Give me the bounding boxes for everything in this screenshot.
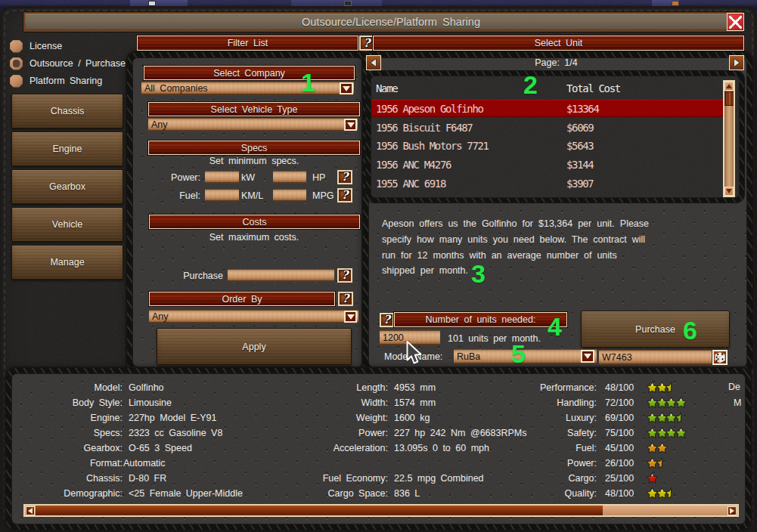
radio-row: License xyxy=(10,39,62,53)
stat-label: Weight: xyxy=(267,413,388,423)
mouse-cursor xyxy=(406,341,422,367)
stat-label: Gearbox: xyxy=(2,443,123,453)
unit-row-cost[interactable]: $3907 xyxy=(566,178,593,190)
filter-help-button[interactable]: ? xyxy=(359,36,374,51)
costs-header: Costs xyxy=(149,215,360,229)
scroll-right-button[interactable] xyxy=(728,506,737,515)
unit-row-cost[interactable]: $13364 xyxy=(566,103,598,115)
unit-row-name[interactable]: 1956 Apeson Golfinho xyxy=(376,103,483,115)
order-by-combobox[interactable]: Any xyxy=(149,310,358,323)
fuel-mpg-input[interactable] xyxy=(273,189,306,202)
question-mark-icon: ? xyxy=(383,314,390,326)
scroll-up-button[interactable] xyxy=(724,82,734,91)
star-rating xyxy=(647,457,665,469)
question-mark-icon: ? xyxy=(364,38,371,49)
stat-label: Acceleration: xyxy=(267,443,388,453)
radio-unselected[interactable] xyxy=(10,40,23,53)
sidebar-button-manage[interactable]: Manage xyxy=(11,245,123,280)
stat-value: 26/100 xyxy=(605,458,634,469)
units-help-button[interactable]: ? xyxy=(380,313,394,327)
specs-note: Set minimum specs. xyxy=(148,156,360,166)
model-name-input[interactable]: W7463 xyxy=(599,350,712,365)
scroll-left-button[interactable] xyxy=(26,506,35,515)
column-header-name: Name xyxy=(376,82,397,94)
star-icon xyxy=(675,427,687,438)
sidebar-button-vehicle[interactable]: Vehicle xyxy=(11,207,123,242)
purchase-button[interactable]: Purchase xyxy=(581,311,730,348)
arrow-right-icon xyxy=(730,508,734,514)
unit-row-name[interactable]: 1955 ANC 6918 xyxy=(376,178,445,190)
vehicle-type-combobox[interactable]: Any xyxy=(148,118,358,131)
unit-row-cost[interactable]: $3144 xyxy=(566,159,593,171)
order-by-combo-arrow[interactable] xyxy=(344,311,357,323)
fuel-help-button[interactable]: ? xyxy=(337,188,352,203)
stat-value: 836 L xyxy=(394,488,420,499)
stat-value: 4953 mm xyxy=(394,382,436,393)
half-star-icon xyxy=(675,412,687,423)
annotation-number-4: 4 xyxy=(548,314,562,339)
details-hscrollbar[interactable] xyxy=(23,504,739,517)
power-help-button[interactable]: ? xyxy=(337,170,352,184)
title-bar-face: Outsource/License/Platform Sharing xyxy=(25,14,742,30)
purchase-cost-input[interactable] xyxy=(228,269,334,282)
unit-row-cost[interactable]: $6069 xyxy=(566,122,593,134)
stat-value: 22.5 mpg Combined xyxy=(394,473,484,484)
mpg-unit-label: MPG xyxy=(312,190,334,201)
offer-text-line: run for 12 months with an average number… xyxy=(382,250,617,261)
scroll-down-button[interactable] xyxy=(724,187,734,196)
unit-row-name[interactable]: 1956 Bush Motors 7721 xyxy=(376,140,489,152)
units-needed-header: Number of units needed: xyxy=(394,312,567,327)
power-hp-input[interactable] xyxy=(273,171,306,184)
topbar-icon xyxy=(344,1,352,6)
close-button[interactable] xyxy=(727,13,744,31)
offer-text-line: Apeson offers us the Golfinho for $13,36… xyxy=(382,218,649,229)
power-kw-input[interactable] xyxy=(205,171,239,184)
annotation-number-1: 1 xyxy=(301,70,315,95)
unit-row-cost[interactable]: $5643 xyxy=(566,140,593,152)
half-star-icon xyxy=(665,487,677,499)
select-company-label: Select Company xyxy=(213,68,285,79)
costs-header-label: Costs xyxy=(243,217,267,227)
sidebar-button-gearbox[interactable]: Gearbox xyxy=(11,169,123,204)
fuel-kml-input[interactable] xyxy=(205,189,239,202)
unit-table-scrollbar[interactable] xyxy=(723,80,735,197)
unit-row-name[interactable]: 1956 ANC M4276 xyxy=(376,159,451,171)
random-name-button[interactable] xyxy=(712,350,728,365)
sidebar-button-engine[interactable]: Engine xyxy=(11,131,123,166)
page-next-button[interactable] xyxy=(729,55,744,70)
scrollbar-thumb[interactable] xyxy=(724,91,734,106)
model-name-combobox-value: RuBa xyxy=(457,351,480,362)
radio-label: Platform Sharing xyxy=(29,76,102,86)
company-combo-arrow[interactable] xyxy=(340,82,353,94)
select-vehicle-type-label: Select Vehicle Type xyxy=(211,104,298,115)
hscrollbar-thumb[interactable] xyxy=(36,506,603,515)
company-combobox-value: All Companies xyxy=(144,83,208,94)
sidebar-button-chassis[interactable]: Chassis xyxy=(11,94,123,128)
question-mark-icon: ? xyxy=(342,172,349,183)
stat-value: 227hp Model E-Y91 xyxy=(129,413,217,423)
hp-unit-label: HP xyxy=(312,172,325,183)
radio-dot xyxy=(13,60,20,67)
stat-label: Model: xyxy=(2,382,123,393)
filter-list-header: Filter List xyxy=(137,36,358,51)
star-rating xyxy=(647,487,675,499)
apply-button[interactable]: Apply xyxy=(157,328,352,365)
select-vehicle-type-header: Select Vehicle Type xyxy=(148,102,360,116)
half-star-icon xyxy=(656,457,668,469)
topbar-icon xyxy=(672,1,679,6)
kml-unit-label: KM/L xyxy=(241,190,263,201)
stat-value: 1600 kg xyxy=(394,413,430,423)
purchase-cost-label: Purchase xyxy=(151,271,223,281)
model-name-combo-arrow[interactable] xyxy=(581,350,594,363)
company-combobox[interactable]: All Companies xyxy=(141,82,354,95)
radio-unselected[interactable] xyxy=(10,75,23,88)
order-by-help-button[interactable]: ? xyxy=(338,292,353,306)
stat-value: 48/100 xyxy=(605,488,634,499)
radio-selected[interactable] xyxy=(10,57,23,70)
unit-row-name[interactable]: 1956 Biscuit F6487 xyxy=(376,122,472,134)
purchase-cost-help-button[interactable]: ? xyxy=(337,268,352,283)
column-header-cost: Total Cost xyxy=(566,82,620,94)
vehicle-type-combo-arrow[interactable] xyxy=(344,119,357,131)
stat-label: Length: xyxy=(267,382,388,393)
fuel-label: Fuel: xyxy=(136,190,200,201)
